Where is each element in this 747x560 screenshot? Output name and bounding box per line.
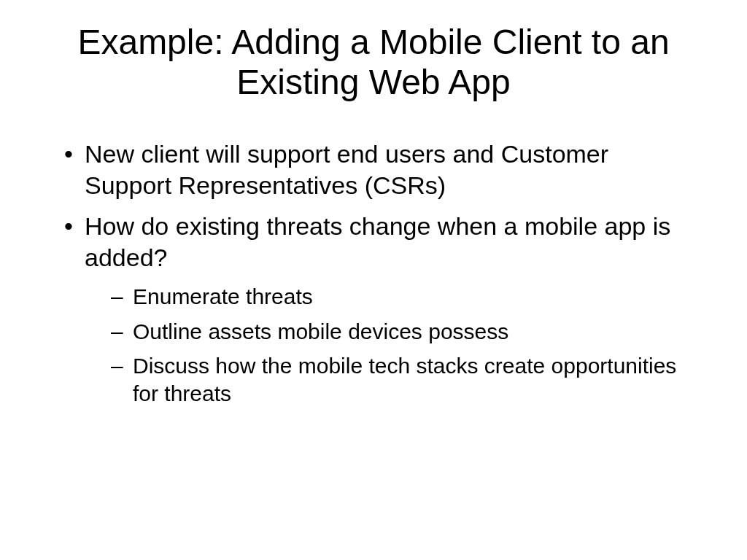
slide-title: Example: Adding a Mobile Client to an Ex… — [51, 22, 696, 102]
sub-bullet-text: Outline assets mobile devices possess — [133, 319, 508, 343]
sub-bullet-item: Discuss how the mobile tech stacks creat… — [111, 352, 696, 407]
bullet-text: How do existing threats change when a mo… — [85, 212, 670, 271]
sub-bullet-item: Outline assets mobile devices possess — [111, 318, 696, 346]
bullet-list: New client will support end users and Cu… — [58, 139, 696, 407]
sub-bullet-list: Enumerate threats Outline assets mobile … — [85, 283, 696, 407]
sub-bullet-item: Enumerate threats — [111, 283, 696, 311]
sub-bullet-text: Enumerate threats — [133, 284, 313, 308]
bullet-item: How do existing threats change when a mo… — [58, 211, 696, 407]
bullet-text: New client will support end users and Cu… — [85, 140, 608, 199]
sub-bullet-text: Discuss how the mobile tech stacks creat… — [133, 354, 676, 405]
bullet-item: New client will support end users and Cu… — [58, 139, 696, 201]
slide-content: New client will support end users and Cu… — [51, 139, 696, 407]
